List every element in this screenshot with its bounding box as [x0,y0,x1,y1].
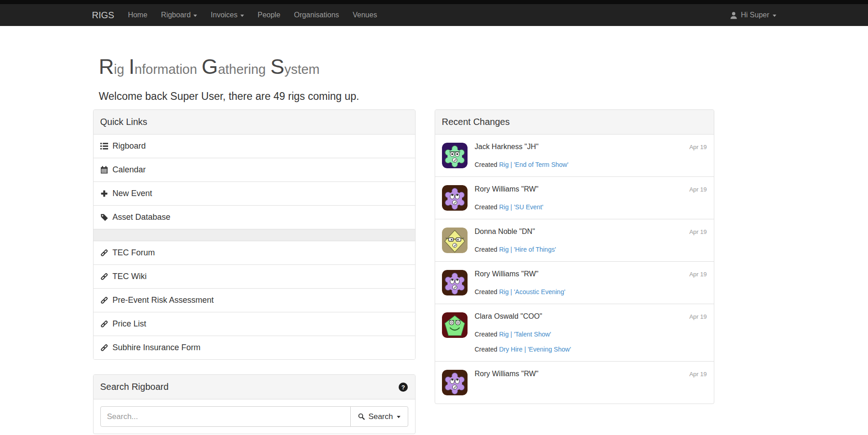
recent-change-action: Created Rig | 'Acoustic Evening' [475,288,707,295]
welcome-text: Welcome back Super User, there are 49 ri… [99,90,783,103]
action-target-link[interactable]: Rig | 'Acoustic Evening' [499,288,565,295]
caret-down-icon [773,15,776,17]
quick-link-tec-forum[interactable]: TEC Forum [94,241,415,264]
nav-item: Organisations [287,4,346,26]
recent-change-action: Created Rig | 'Talent Show' [475,331,707,338]
recent-change-body: Jack Harkness "JH"Apr 19Created Rig | 'E… [475,143,707,168]
action-target-link[interactable]: Dry Hire | 'Evening Show' [499,346,571,353]
recent-change-row: Clara Oswald "COO"Apr 19Created Rig | 'T… [435,304,714,361]
svg-text:?: ? [401,383,405,390]
main-nav: HomeRigboardInvoicesPeopleOrganisationsV… [121,4,384,26]
recent-change-date: Apr 19 [689,144,707,150]
list-icon [100,142,108,150]
recent-change-row: Rory Williams "RW"Apr 19Created Rig | 'S… [435,176,714,219]
nav-link-home[interactable]: Home [121,4,154,26]
user-avatar [442,228,468,253]
user-menu-dropdown[interactable]: Hi Super [723,4,783,26]
link-icon [100,320,108,328]
nav-label: Organisations [294,11,339,19]
plus-icon [100,190,108,197]
quick-link-tec-wiki[interactable]: TEC Wiki [94,264,415,288]
quick-links-panel: Quick Links RigboardCalendarNew EventAss… [93,109,416,360]
nav-link-people[interactable]: People [251,4,287,26]
brand-link[interactable]: RIGS [85,4,121,26]
recent-change-body: Rory Williams "RW"Apr 19Created Rig | 'A… [475,270,707,295]
help-icon[interactable]: ? [398,382,408,392]
nav-link-organisations[interactable]: Organisations [287,4,346,26]
search-panel-title: Search Rigboard [100,382,169,392]
quick-links-header: Quick Links [94,110,415,135]
recent-changes-panel: Recent Changes Jack Harkness "JH"Apr 19C… [435,109,714,404]
search-button-label: Search [369,412,393,421]
action-target-link[interactable]: Rig | 'Hire of Things' [499,246,556,253]
link-icon [100,273,108,280]
search-panel-body: Search [94,399,415,434]
link-icon [100,344,108,352]
user-menu-label: Hi Super [741,11,769,19]
recent-change-action: Created Rig | 'SU Event' [475,203,707,211]
caret-down-icon [240,15,244,17]
recent-change-user-name: Clara Oswald "COO" [475,312,542,321]
nav-link-invoices[interactable]: Invoices [204,4,251,26]
quick-link-rigboard[interactable]: Rigboard [94,135,415,158]
nav-link-venues[interactable]: Venues [346,4,384,26]
recent-change-user-name: Rory Williams "RW" [475,185,539,193]
action-verb: Created [475,331,499,338]
quick-link-label: TEC Wiki [113,272,147,281]
action-verb: Created [475,246,499,253]
search-rigboard-panel: Search Rigboard ? Search [93,374,416,434]
heading-word: System [270,61,320,77]
nav-label: Venues [353,11,377,19]
nav-link-rigboard[interactable]: Rigboard [154,4,204,26]
action-verb: Created [475,346,499,353]
recent-change-date: Apr 19 [689,186,707,193]
recent-change-user-name: Jack Harkness "JH" [475,143,539,151]
user-avatar [442,270,468,295]
calendar-icon [100,166,108,174]
link-icon [100,249,108,257]
nav-label: People [258,11,281,19]
user-icon [730,11,738,19]
recent-changes-list: Jack Harkness "JH"Apr 19Created Rig | 'E… [435,135,714,404]
action-verb: Created [475,161,499,168]
recent-change-user-name: Rory Williams "RW" [475,270,539,278]
quick-links-title: Quick Links [100,117,147,127]
quick-link-new-event[interactable]: New Event [94,181,415,205]
nav-item: Invoices [204,4,251,26]
user-avatar [442,143,468,168]
recent-change-date: Apr 19 [689,271,707,278]
recent-change-action: Created Rig | 'Hire of Things' [475,246,707,253]
recent-change-body: Rory Williams "RW"Apr 19Created Rig | 'S… [475,185,707,211]
quick-link-label: Rigboard [113,141,146,151]
quick-link-subhire-insurance-form[interactable]: Subhire Insurance Form [94,336,415,359]
search-input[interactable] [100,406,351,427]
nav-item: Rigboard [154,4,204,26]
page-title: RigInformationGatheringSystem [99,54,783,79]
quick-link-label: Calendar [113,165,146,175]
quick-link-pre-event-risk-assessment[interactable]: Pre-Event Risk Assessment [94,288,415,312]
recent-change-body: Donna Noble "DN"Apr 19Created Rig | 'Hir… [475,228,707,253]
quick-link-label: Subhire Insurance Form [113,343,201,352]
recent-changes-header: Recent Changes [435,110,714,135]
recent-change-user-name: Donna Noble "DN" [475,228,535,236]
nav-item: Venues [346,4,384,26]
recent-changes-title: Recent Changes [442,117,510,127]
quick-link-label: TEC Forum [113,248,155,258]
quick-link-label: New Event [113,189,152,198]
quick-link-price-list[interactable]: Price List [94,312,415,336]
link-icon [100,296,108,304]
quick-link-label: Pre-Event Risk Assessment [113,295,214,305]
recent-change-row: Rory Williams "RW"Apr 19 [435,361,714,404]
action-target-link[interactable]: Rig | 'Talent Show' [499,331,551,338]
quick-link-calendar[interactable]: Calendar [94,158,415,181]
caret-down-icon [397,416,400,418]
heading-word: Rig [99,61,125,77]
quick-link-asset-database[interactable]: Asset Database [94,205,415,229]
search-button[interactable]: Search [350,406,408,427]
user-avatar [442,370,468,395]
nav-label: Invoices [211,11,238,19]
action-target-link[interactable]: Rig | 'SU Event' [499,203,543,211]
action-target-link[interactable]: Rig | 'End of Term Show' [499,161,568,168]
nav-item: People [251,4,287,26]
recent-change-row: Rory Williams "RW"Apr 19Created Rig | 'A… [435,261,714,304]
